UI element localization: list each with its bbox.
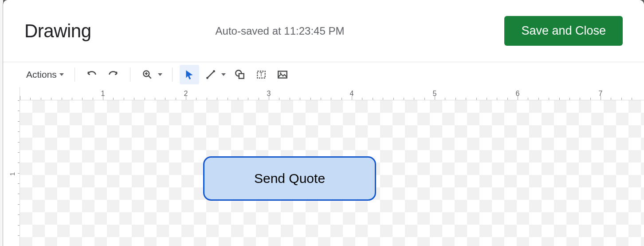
ruler-tick bbox=[518, 96, 518, 100]
ruler-tick bbox=[487, 98, 487, 100]
ruler-tick bbox=[103, 96, 103, 100]
ruler-tick bbox=[466, 98, 466, 100]
drawing-canvas[interactable]: Send Quote bbox=[20, 100, 644, 246]
toolbar: Actions bbox=[3, 62, 644, 87]
ruler-tick bbox=[362, 98, 362, 100]
ruler-tick bbox=[18, 142, 20, 143]
ruler-tick bbox=[18, 152, 20, 153]
svg-line-4 bbox=[207, 71, 214, 78]
ruler-tick bbox=[445, 98, 445, 100]
undo-icon bbox=[86, 69, 98, 80]
image-icon bbox=[277, 69, 288, 80]
zoom-group[interactable] bbox=[137, 65, 165, 84]
ruler-tick bbox=[18, 121, 20, 122]
ruler-tick bbox=[456, 98, 456, 100]
zoom-icon bbox=[141, 69, 153, 80]
ruler-tick bbox=[196, 98, 196, 100]
image-tool[interactable] bbox=[273, 65, 292, 84]
dialog-header: Drawing Auto-saved at 11:23:45 PM Save a… bbox=[3, 0, 644, 62]
ruler-tick bbox=[497, 98, 497, 100]
line-icon bbox=[205, 69, 216, 80]
actions-label: Actions bbox=[26, 69, 57, 80]
rounded-rect-shape[interactable]: Send Quote bbox=[203, 156, 376, 201]
ruler-tick bbox=[590, 98, 591, 100]
ruler-tick bbox=[424, 98, 425, 100]
ruler-tick bbox=[18, 173, 20, 174]
ruler-tick bbox=[259, 98, 259, 100]
ruler-tick bbox=[331, 98, 331, 100]
separator bbox=[130, 67, 130, 82]
ruler-tick bbox=[248, 98, 248, 100]
ruler-tick bbox=[41, 98, 41, 100]
shape-text: Send Quote bbox=[254, 171, 325, 186]
ruler-tick bbox=[72, 98, 72, 100]
ruler-tick bbox=[82, 98, 82, 100]
zoom-button[interactable] bbox=[137, 65, 157, 84]
separator bbox=[172, 67, 173, 82]
ruler-tick bbox=[269, 96, 269, 100]
chevron-down-icon bbox=[59, 73, 64, 76]
svg-point-5 bbox=[206, 77, 208, 79]
ruler-tick bbox=[238, 98, 238, 100]
ruler-tick bbox=[342, 98, 342, 100]
workspace: 1 1 2 3 4 5 6 7 Send Quote bbox=[3, 87, 644, 246]
ruler-tick bbox=[414, 98, 414, 100]
ruler-tick bbox=[373, 98, 373, 100]
ruler-tick bbox=[290, 98, 290, 100]
line-tool[interactable] bbox=[201, 65, 220, 84]
ruler-tick bbox=[145, 98, 145, 100]
ruler-tick bbox=[507, 98, 508, 100]
textbox-icon: T bbox=[255, 69, 267, 80]
ruler-tick bbox=[18, 163, 20, 163]
ruler-tick bbox=[310, 98, 311, 100]
background-sliver bbox=[0, 0, 3, 246]
select-tool[interactable] bbox=[180, 65, 199, 84]
ruler-label: 1 bbox=[8, 172, 16, 176]
cursor-icon bbox=[184, 69, 195, 80]
ruler-tick bbox=[18, 214, 20, 215]
textbox-tool[interactable]: T bbox=[251, 65, 271, 84]
ruler-tick bbox=[393, 98, 394, 100]
ruler-tick bbox=[217, 98, 217, 100]
ruler-tick bbox=[279, 98, 279, 100]
svg-point-12 bbox=[280, 72, 281, 74]
line-tool-group[interactable] bbox=[201, 65, 228, 84]
ruler-tick bbox=[124, 98, 124, 100]
ruler-tick bbox=[621, 98, 622, 100]
ruler-tick bbox=[18, 204, 20, 205]
shape-icon bbox=[234, 69, 246, 80]
ruler-tick bbox=[30, 98, 31, 100]
ruler-tick bbox=[300, 98, 300, 100]
canvas-column: 1 2 3 4 5 6 7 Send Quote bbox=[20, 87, 644, 246]
ruler-tick bbox=[18, 100, 20, 101]
ruler-tick bbox=[559, 98, 560, 100]
ruler-tick bbox=[134, 98, 134, 100]
svg-point-6 bbox=[213, 70, 215, 72]
vertical-ruler[interactable]: 1 bbox=[3, 87, 20, 246]
actions-menu[interactable]: Actions bbox=[23, 67, 67, 83]
ruler-tick bbox=[569, 98, 570, 100]
dialog-title: Drawing bbox=[24, 20, 91, 42]
ruler-tick bbox=[476, 98, 477, 100]
ruler-tick bbox=[404, 98, 404, 100]
ruler-tick bbox=[165, 98, 165, 100]
ruler-tick bbox=[601, 96, 601, 100]
svg-text:T: T bbox=[259, 71, 263, 78]
undo-button[interactable] bbox=[82, 65, 102, 84]
ruler-tick bbox=[383, 98, 383, 100]
ruler-tick bbox=[51, 98, 51, 100]
ruler-tick bbox=[18, 111, 20, 111]
shape-tool[interactable] bbox=[230, 65, 250, 84]
ruler-tick bbox=[93, 98, 93, 100]
ruler-tick bbox=[18, 225, 20, 226]
save-and-close-button[interactable]: Save and Close bbox=[504, 16, 623, 46]
chevron-down-icon bbox=[158, 73, 162, 76]
svg-rect-11 bbox=[278, 71, 287, 78]
autosave-status: Auto-saved at 11:23:45 PM bbox=[91, 25, 505, 37]
ruler-tick bbox=[538, 98, 539, 100]
redo-button[interactable] bbox=[103, 65, 123, 84]
horizontal-ruler[interactable]: 1 2 3 4 5 6 7 bbox=[20, 87, 644, 100]
ruler-tick bbox=[18, 183, 20, 184]
svg-rect-8 bbox=[239, 74, 244, 79]
ruler-tick bbox=[20, 96, 20, 100]
